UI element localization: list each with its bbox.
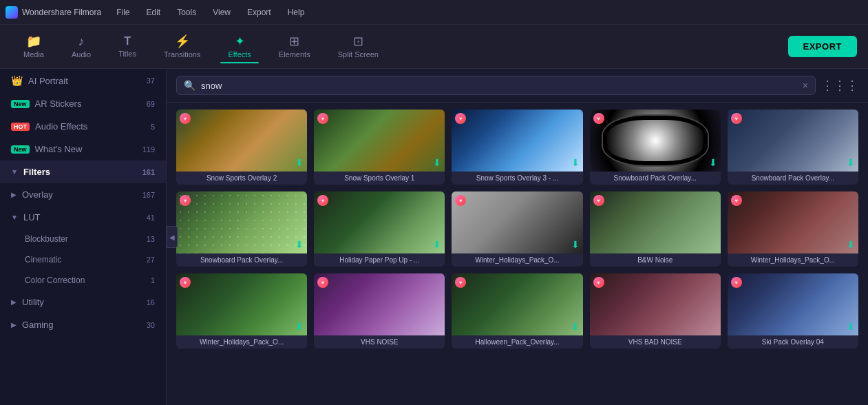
download-icon[interactable]: ⬇ — [295, 321, 304, 332]
heart-icon: ♥ — [455, 195, 466, 206]
sidebar-item-ar-stickers[interactable]: New AR Stickers 69 — [0, 92, 166, 115]
effect-card-3[interactable]: ♥ ⬇ Snow Sports Overlay 3 - ... — [452, 110, 582, 185]
download-icon[interactable]: ⬇ — [571, 239, 580, 250]
sidebar-item-utility[interactable]: ▶ Utility 16 — [0, 291, 166, 313]
toolbar-titles-label: Titles — [118, 50, 136, 58]
sidebar-item-overlay[interactable]: ▶ Overlay 167 — [0, 183, 166, 206]
download-icon[interactable]: ⬇ — [295, 157, 304, 168]
sidebar-audio-effects-count: 5 — [151, 123, 155, 131]
transitions-icon: ⚡ — [175, 35, 190, 48]
heart-icon: ♥ — [180, 113, 191, 124]
download-icon[interactable]: ⬇ — [433, 157, 441, 168]
search-input[interactable] — [201, 81, 797, 91]
toolbar-transitions[interactable]: ⚡ Transitions — [151, 31, 213, 63]
effect-card-10[interactable]: ♥ ⬇ Winter_Holidays_Pack_O... — [728, 191, 858, 267]
sidebar-utility-count: 16 — [147, 298, 155, 307]
download-icon[interactable]: ⬇ — [295, 239, 304, 250]
toolbar-effects[interactable]: ✦ Effects — [215, 31, 263, 63]
heart-icon: ♥ — [455, 113, 466, 124]
effect-thumb-1: ♥ ⬇ — [176, 110, 307, 172]
app-logo: Wondershare Filmora — [6, 6, 101, 19]
download-icon[interactable]: ⬇ — [433, 239, 441, 250]
sidebar: 👑 AI Portrait 37 New AR Stickers 69 HOT … — [0, 69, 167, 405]
download-icon[interactable]: ⬇ — [847, 321, 855, 332]
heart-icon: ♥ — [731, 277, 742, 288]
effect-thumb-3: ♥ ⬇ — [452, 110, 582, 172]
effect-card-12[interactable]: ♥ VHS NOISE — [314, 273, 445, 349]
sidebar-ai-portrait-label: AI Portrait — [28, 76, 68, 86]
download-icon[interactable]: ⬇ — [571, 157, 580, 168]
effect-card-11[interactable]: ♥ ⬇ Winter_Holidays_Pack_O... — [176, 273, 307, 349]
toolbar-elements[interactable]: ⊞ Elements — [266, 31, 323, 63]
effect-card-6[interactable]: ♥ ⬇ Snowboard Pack Overlay... — [176, 191, 307, 267]
search-wrapper: 🔍 × — [176, 76, 816, 95]
toolbar-audio[interactable]: ♪ Audio — [59, 31, 103, 63]
toolbar-split-screen[interactable]: ⊡ Split Screen — [326, 31, 391, 63]
effect-card-4[interactable]: ♥ ⬇ Snowboard Pack Overlay... — [590, 110, 721, 185]
sidebar-item-color-correction[interactable]: Color Correction 1 — [0, 270, 166, 291]
sidebar-item-blockbuster[interactable]: Blockbuster 13 — [0, 229, 166, 249]
heart-icon: ♥ — [455, 277, 466, 288]
sidebar-color-correction-label: Color Correction — [25, 276, 85, 285]
sidebar-lut-count: 41 — [147, 214, 155, 222]
sidebar-collapse-handle[interactable]: ◀ — [167, 226, 178, 248]
effect-card-2[interactable]: ♥ ⬇ Snow Sports Overlay 1 — [314, 110, 445, 185]
sidebar-item-lut[interactable]: ▼ LUT 41 — [0, 206, 166, 229]
effect-card-15[interactable]: ♥ ⬇ Ski Pack Overlay 04 — [728, 273, 858, 349]
menu-file[interactable]: File — [109, 5, 136, 20]
effect-card-1[interactable]: ♥ ⬇ Snow Sports Overlay 2 — [176, 110, 307, 185]
media-icon: 📁 — [26, 35, 41, 48]
toolbar-split-screen-label: Split Screen — [338, 50, 379, 59]
audio-icon: ♪ — [78, 35, 85, 48]
effect-name-11: Winter_Holidays_Pack_O... — [176, 335, 307, 349]
effect-card-8[interactable]: ♥ ⬇ Winter_Holidays_Pack_O... — [452, 191, 582, 267]
elements-icon: ⊞ — [289, 35, 299, 48]
sidebar-cinematic-label: Cinematic — [25, 255, 61, 264]
menu-view[interactable]: View — [206, 5, 237, 20]
download-icon[interactable]: ⬇ — [571, 321, 580, 332]
heart-icon: ♥ — [731, 195, 742, 206]
sidebar-item-gaming[interactable]: ▶ Gaming 30 — [0, 313, 166, 336]
effect-card-13[interactable]: ♥ ⬇ Halloween_Pack_Overlay... — [452, 273, 582, 349]
effect-card-14[interactable]: ♥ VHS BAD NOISE — [590, 273, 721, 349]
toolbar-media-label: Media — [23, 50, 44, 59]
effect-card-7[interactable]: ♥ ⬇ Holiday Paper Pop Up - ... — [314, 191, 445, 267]
sidebar-item-ai-portrait[interactable]: 👑 AI Portrait 37 — [0, 69, 166, 92]
menu-tools[interactable]: Tools — [170, 5, 203, 20]
effect-card-9[interactable]: ♥ B&W Noise — [590, 191, 721, 267]
effect-thumb-11: ♥ ⬇ — [176, 273, 307, 335]
export-button[interactable]: EXPORT — [788, 36, 857, 57]
effect-name-10: Winter_Holidays_Pack_O... — [728, 253, 858, 267]
effect-name-14: VHS BAD NOISE — [590, 335, 721, 349]
download-icon[interactable]: ⬇ — [847, 157, 855, 168]
heart-icon: ♥ — [317, 277, 328, 288]
sidebar-gaming-count: 30 — [147, 321, 155, 329]
menu-export[interactable]: Export — [240, 5, 278, 20]
search-bar: 🔍 × ⋮⋮⋮ — [167, 69, 868, 103]
effect-name-8: Winter_Holidays_Pack_O... — [452, 253, 582, 267]
heart-icon: ♥ — [593, 277, 604, 288]
effect-name-1: Snow Sports Overlay 2 — [176, 172, 307, 185]
effect-name-6: Snowboard Pack Overlay... — [176, 253, 307, 267]
toolbar-elements-label: Elements — [279, 50, 310, 59]
search-clear-button[interactable]: × — [803, 80, 808, 91]
toolbar-media[interactable]: 📁 Media — [11, 31, 56, 63]
sidebar-lut-label: LUT — [23, 212, 41, 222]
download-icon[interactable]: ⬇ — [847, 239, 855, 250]
sidebar-utility-label: Utility — [22, 297, 44, 307]
new-badge-whats-new: New — [11, 145, 30, 154]
menu-bar: Wondershare Filmora File Edit Tools View… — [0, 0, 868, 25]
goggles-overlay — [603, 116, 708, 165]
effect-name-15: Ski Pack Overlay 04 — [728, 335, 858, 349]
menu-edit[interactable]: Edit — [140, 5, 168, 20]
toolbar-titles[interactable]: T Titles — [106, 32, 149, 62]
sidebar-item-whats-new[interactable]: New What's New 119 — [0, 138, 166, 160]
grid-view-icon[interactable]: ⋮⋮⋮ — [821, 78, 858, 93]
effect-card-5[interactable]: ♥ ⬇ Snowboard Pack Overlay... — [728, 110, 858, 185]
menu-help[interactable]: Help — [281, 5, 312, 20]
download-icon[interactable]: ⬇ — [709, 157, 717, 168]
sidebar-item-audio-effects[interactable]: HOT Audio Effects 5 — [0, 115, 166, 138]
sidebar-item-cinematic[interactable]: Cinematic 27 — [0, 249, 166, 270]
toolbar-effects-label: Effects — [228, 50, 251, 59]
sidebar-item-filters[interactable]: ▼ Filters 161 — [0, 160, 166, 183]
